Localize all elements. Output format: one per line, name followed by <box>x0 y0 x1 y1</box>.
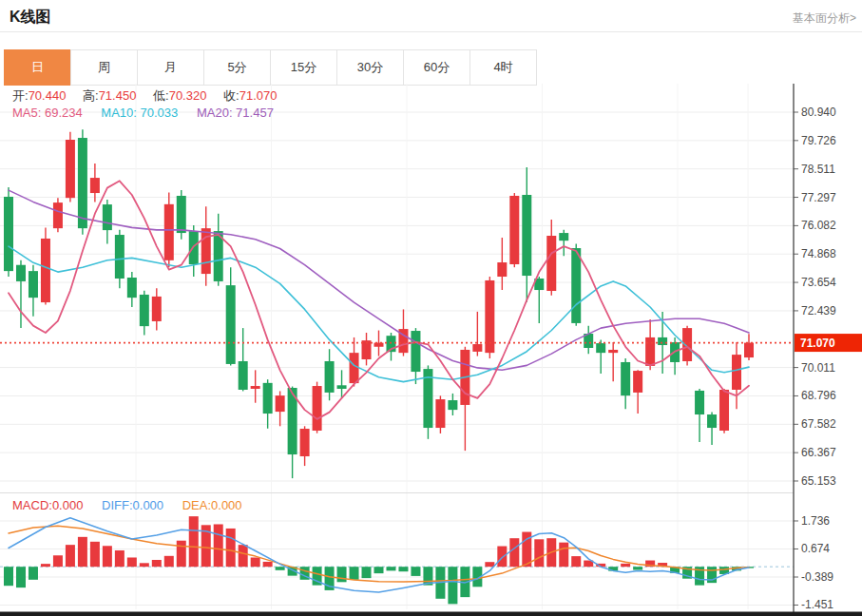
candle-body <box>16 265 26 281</box>
y-axis-label: 80.940 <box>801 106 836 119</box>
candle-body <box>732 355 741 390</box>
candle-body <box>53 202 63 228</box>
fundamental-analysis-link[interactable]: 基本面分析> <box>793 10 856 27</box>
macd-bar <box>374 567 384 573</box>
candle-body <box>103 204 112 230</box>
macd-bar <box>559 543 568 568</box>
macd-bar <box>350 567 359 580</box>
bottom-border <box>0 612 862 616</box>
candle-body <box>645 337 655 366</box>
macd-bar <box>152 560 162 567</box>
candle-body <box>744 343 754 357</box>
candle-body <box>300 429 310 456</box>
ma10-value: MA10: 70.033 <box>101 106 178 120</box>
macd-axis-label: 1.736 <box>801 514 830 528</box>
current-price-tag-text: 71.070 <box>800 337 835 350</box>
macd-bar <box>164 556 174 567</box>
ma5-value: MA5: 69.234 <box>12 106 83 120</box>
open-label: 开: <box>12 88 29 103</box>
ma20-value: MA20: 71.457 <box>197 106 274 120</box>
tab-day[interactable]: 日 <box>4 49 71 86</box>
tab-30min[interactable]: 30分 <box>336 49 404 86</box>
macd-bar <box>115 550 125 567</box>
macd-bar <box>386 567 395 570</box>
low-label: 低: <box>153 88 169 103</box>
macd-readout: MACD:0.000 DIFF:0.000 DEA:0.000 <box>12 498 242 512</box>
candle-body <box>633 371 642 393</box>
ohlc-readout: 开:70.440 高:71.450 低:70.320 收:71.070 <box>12 87 290 105</box>
dea-value: DEA:0.000 <box>182 498 242 512</box>
candle-body <box>337 385 347 389</box>
macd-axis-label: -1.451 <box>801 598 833 611</box>
candle-body <box>571 248 581 323</box>
candle-body <box>164 204 174 260</box>
macd-bar <box>66 545 75 567</box>
y-axis-label: 79.726 <box>801 134 836 147</box>
candle-body <box>251 386 260 389</box>
candle-body <box>29 271 38 298</box>
candle-body <box>127 278 137 298</box>
y-axis-label: 73.654 <box>801 276 836 289</box>
kline-page: K线图 基本面分析> 日 周 月 5分 15分 30分 60分 4时 80.94… <box>0 0 862 616</box>
candle-body <box>559 233 568 241</box>
candle-body <box>682 328 692 361</box>
macd-axis-label: 0.674 <box>801 542 830 555</box>
header-divider <box>0 31 862 32</box>
macd-bar <box>633 567 642 569</box>
tab-15min[interactable]: 15分 <box>270 49 337 86</box>
tab-4hour[interactable]: 4时 <box>469 49 537 86</box>
y-axis-label: 72.439 <box>801 304 836 318</box>
candle-body <box>546 236 556 291</box>
macd-bar <box>337 567 347 582</box>
macd-bar <box>177 541 186 567</box>
tab-5min[interactable]: 5分 <box>203 49 271 86</box>
y-axis-label: 68.796 <box>801 389 836 402</box>
candle-body <box>509 196 519 264</box>
macd-bar <box>16 567 26 587</box>
tab-month[interactable]: 月 <box>137 49 204 86</box>
candle-body <box>313 386 322 431</box>
y-axis-label: 78.511 <box>801 163 835 176</box>
candle-body <box>435 399 445 428</box>
candle-body <box>152 297 162 321</box>
kline-chart-canvas[interactable]: 80.94079.72678.51177.29776.08274.86873.6… <box>0 84 862 616</box>
candle-body <box>522 195 531 276</box>
candle-body <box>350 353 359 383</box>
candle-body <box>497 262 507 277</box>
macd-bar <box>90 542 100 567</box>
candle-body <box>90 178 100 193</box>
macd-bar <box>485 562 494 567</box>
y-axis-label: 76.082 <box>801 219 836 232</box>
tab-week[interactable]: 周 <box>70 49 138 86</box>
high-value: 71.450 <box>99 88 137 103</box>
macd-bar <box>497 547 507 568</box>
ma-readout: MA5: 69.234 MA10: 70.033 MA20: 71.457 <box>12 106 274 120</box>
candle-body <box>4 197 13 271</box>
macd-bar <box>251 557 260 567</box>
macd-bar <box>398 567 408 571</box>
candle-body <box>411 331 420 372</box>
macd-bar <box>127 557 137 567</box>
candle-body <box>621 362 630 395</box>
macd-bar <box>276 567 285 570</box>
y-axis-label: 65.153 <box>801 474 836 488</box>
macd-bar <box>41 564 50 567</box>
macd-bar <box>534 539 544 567</box>
candle-body <box>239 361 248 390</box>
macd-value: MACD:0.000 <box>12 498 83 512</box>
candle-body <box>325 361 335 393</box>
macd-bar <box>509 538 519 567</box>
candle-body <box>140 295 149 326</box>
candle-body <box>448 400 457 410</box>
macd-bar <box>140 563 149 567</box>
diff-value: DIFF:0.000 <box>102 498 163 512</box>
macd-bar <box>239 545 248 567</box>
candle-body <box>695 391 704 414</box>
open-value: 70.440 <box>29 88 67 103</box>
macd-bar <box>448 567 457 604</box>
low-value: 70.320 <box>169 88 207 103</box>
candle-body <box>276 395 285 412</box>
macd-bar <box>78 537 87 567</box>
candle-body <box>226 285 236 364</box>
tab-60min[interactable]: 60分 <box>403 49 470 86</box>
